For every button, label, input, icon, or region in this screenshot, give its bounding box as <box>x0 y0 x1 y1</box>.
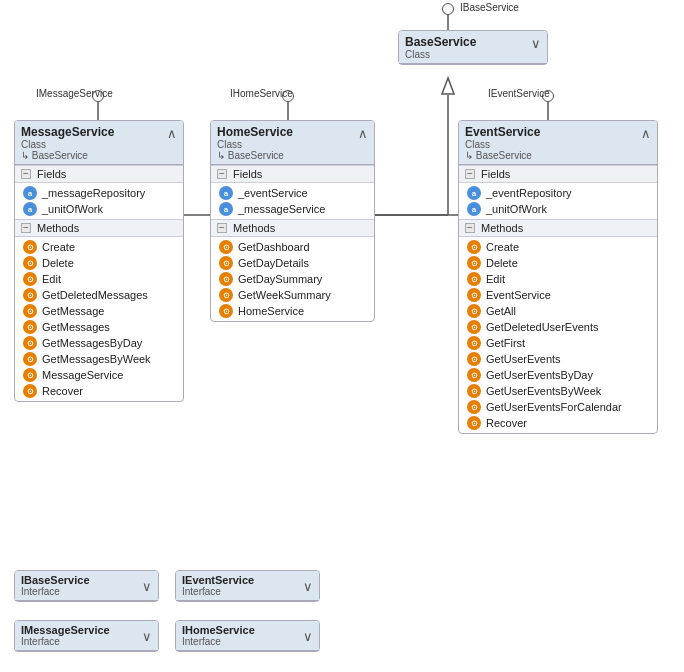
ibase-service-lollipop <box>442 3 454 15</box>
event-service-methods: ⊙ Create ⊙ Delete ⊙ Edit ⊙ EventService … <box>459 237 657 433</box>
fields-collapse-icon[interactable]: − <box>217 169 227 179</box>
ihome-service-bottom-header: IHomeService Interface ∨ <box>176 621 319 651</box>
methods-collapse-icon[interactable]: − <box>465 223 475 233</box>
message-service-parent: ↳ BaseService <box>21 150 114 161</box>
ihome-service-label: IHomeService <box>230 88 293 99</box>
event-service-fields: a _eventRepository a _unitOfWork <box>459 183 657 219</box>
ievent-chevron[interactable]: ∨ <box>303 579 313 594</box>
home-service-title: HomeService <box>217 125 293 139</box>
fields-collapse-icon[interactable]: − <box>465 169 475 179</box>
method-icon: ⊙ <box>467 320 481 334</box>
list-item: ⊙ MessageService <box>15 367 183 383</box>
method-icon: ⊙ <box>467 368 481 382</box>
method-icon: ⊙ <box>467 304 481 318</box>
base-service-box: BaseService Class ∨ <box>398 30 548 65</box>
list-item: ⊙ GetDayDetails <box>211 255 374 271</box>
method-icon: ⊙ <box>219 304 233 318</box>
base-service-chevron[interactable]: ∨ <box>531 36 541 51</box>
field-icon: a <box>219 186 233 200</box>
list-item: a _eventService <box>211 185 374 201</box>
event-service-stereotype: Class <box>465 139 540 150</box>
home-service-methods-header: − Methods <box>211 219 374 237</box>
list-item: ⊙ Delete <box>15 255 183 271</box>
home-service-header: HomeService Class ↳ BaseService ∧ <box>211 121 374 165</box>
method-icon: ⊙ <box>23 304 37 318</box>
list-item: ⊙ GetMessagesByWeek <box>15 351 183 367</box>
method-icon: ⊙ <box>23 272 37 286</box>
methods-collapse-icon[interactable]: − <box>21 223 31 233</box>
imessage-service-bottom-stereotype: Interface <box>21 636 110 647</box>
message-service-chevron[interactable]: ∧ <box>167 126 177 141</box>
imessage-service-bottom-title: IMessageService <box>21 624 110 636</box>
imessage-chevron[interactable]: ∨ <box>142 629 152 644</box>
home-service-fields: a _eventService a _messageService <box>211 183 374 219</box>
field-icon: a <box>467 202 481 216</box>
svg-marker-3 <box>442 78 454 94</box>
list-item: ⊙ Edit <box>459 271 657 287</box>
ievent-service-bottom-box: IEventService Interface ∨ <box>175 570 320 602</box>
home-service-chevron[interactable]: ∧ <box>358 126 368 141</box>
event-service-chevron[interactable]: ∧ <box>641 126 651 141</box>
list-item: a _unitOfWork <box>15 201 183 217</box>
list-item: ⊙ GetUserEventsByDay <box>459 367 657 383</box>
method-icon: ⊙ <box>467 256 481 270</box>
message-service-header: MessageService Class ↳ BaseService ∧ <box>15 121 183 165</box>
list-item: a _unitOfWork <box>459 201 657 217</box>
method-icon: ⊙ <box>219 256 233 270</box>
message-service-box: MessageService Class ↳ BaseService ∧ − F… <box>14 120 184 402</box>
method-icon: ⊙ <box>219 272 233 286</box>
ibase-chevron[interactable]: ∨ <box>142 579 152 594</box>
ihome-service-bottom-box: IHomeService Interface ∨ <box>175 620 320 652</box>
event-service-fields-header: − Fields <box>459 165 657 183</box>
message-service-fields: a _messageRepository a _unitOfWork <box>15 183 183 219</box>
ibase-service-label: IBaseService <box>460 2 519 13</box>
method-icon: ⊙ <box>219 288 233 302</box>
method-icon: ⊙ <box>23 336 37 350</box>
field-icon: a <box>23 202 37 216</box>
base-service-header: BaseService Class ∨ <box>399 31 547 64</box>
list-item: ⊙ GetFirst <box>459 335 657 351</box>
home-service-methods: ⊙ GetDashboard ⊙ GetDayDetails ⊙ GetDayS… <box>211 237 374 321</box>
home-service-parent: ↳ BaseService <box>217 150 293 161</box>
message-service-title: MessageService <box>21 125 114 139</box>
event-service-methods-header: − Methods <box>459 219 657 237</box>
list-item: ⊙ GetDashboard <box>211 239 374 255</box>
method-icon: ⊙ <box>23 240 37 254</box>
ibase-service-bottom-header: IBaseService Interface ∨ <box>15 571 158 601</box>
list-item: ⊙ GetDeletedUserEvents <box>459 319 657 335</box>
event-service-parent: ↳ BaseService <box>465 150 540 161</box>
ihome-service-bottom-stereotype: Interface <box>182 636 255 647</box>
message-service-methods: ⊙ Create ⊙ Delete ⊙ Edit ⊙ GetDeletedMes… <box>15 237 183 401</box>
list-item: ⊙ GetMessage <box>15 303 183 319</box>
method-icon: ⊙ <box>467 336 481 350</box>
method-icon: ⊙ <box>23 288 37 302</box>
field-icon: a <box>219 202 233 216</box>
list-item: ⊙ GetUserEventsForCalendar <box>459 399 657 415</box>
list-item: ⊙ GetMessagesByDay <box>15 335 183 351</box>
method-icon: ⊙ <box>467 384 481 398</box>
method-icon: ⊙ <box>467 288 481 302</box>
method-icon: ⊙ <box>23 368 37 382</box>
imessage-service-bottom-box: IMessageService Interface ∨ <box>14 620 159 652</box>
imessage-service-label: IMessageService <box>36 88 113 99</box>
ievent-service-bottom-header: IEventService Interface ∨ <box>176 571 319 601</box>
home-service-box: HomeService Class ↳ BaseService ∧ − Fiel… <box>210 120 375 322</box>
method-icon: ⊙ <box>23 256 37 270</box>
list-item: ⊙ GetDaySummary <box>211 271 374 287</box>
ihome-chevron[interactable]: ∨ <box>303 629 313 644</box>
fields-collapse-icon[interactable]: − <box>21 169 31 179</box>
list-item: ⊙ GetAll <box>459 303 657 319</box>
method-icon: ⊙ <box>467 240 481 254</box>
methods-collapse-icon[interactable]: − <box>217 223 227 233</box>
list-item: ⊙ GetWeekSummary <box>211 287 374 303</box>
field-icon: a <box>23 186 37 200</box>
list-item: ⊙ Recover <box>459 415 657 431</box>
list-item: ⊙ Delete <box>459 255 657 271</box>
method-icon: ⊙ <box>467 272 481 286</box>
list-item: ⊙ Create <box>459 239 657 255</box>
method-icon: ⊙ <box>219 240 233 254</box>
ievent-service-bottom-stereotype: Interface <box>182 586 254 597</box>
method-icon: ⊙ <box>467 416 481 430</box>
imessage-service-bottom-header: IMessageService Interface ∨ <box>15 621 158 651</box>
list-item: ⊙ EventService <box>459 287 657 303</box>
